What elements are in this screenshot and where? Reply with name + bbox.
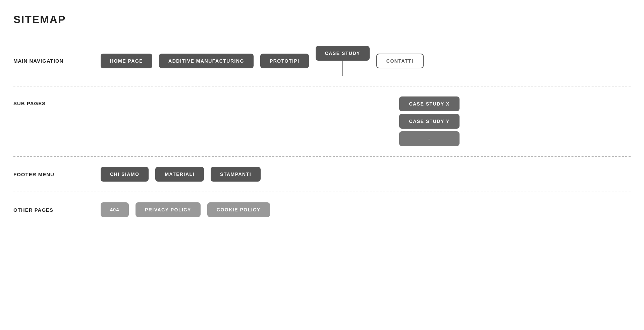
sub-pages-buttons: CASE STUDY X CASE STUDY Y - (399, 96, 460, 146)
404-button[interactable]: 404 (101, 202, 129, 217)
footer-menu-items: CHI SIAMO MATERIALI STAMPANTI (101, 167, 261, 182)
stampanti-button[interactable]: STAMPANTI (211, 167, 261, 182)
main-navigation-label: MAIN NAVIGATION (13, 58, 101, 64)
other-pages-row: OTHER PAGES 404 PRIVACY POLICY COOKIE PO… (13, 202, 631, 217)
other-pages-items: 404 PRIVACY POLICY COOKIE POLICY (101, 202, 270, 217)
cookie-policy-button[interactable]: COOKIE POLICY (207, 202, 270, 217)
prototipi-button[interactable]: PROTOTIPI (260, 54, 309, 68)
divider-1 (13, 86, 631, 86)
sitemap-body: MAIN NAVIGATION HOME PAGE ADDITIVE MANUF… (13, 46, 631, 217)
case-study-x-button[interactable]: CASE STUDY X (399, 96, 460, 111)
case-study-dash-button[interactable]: - (399, 131, 460, 146)
divider-2 (13, 156, 631, 157)
footer-menu-row: FOOTER MENU CHI SIAMO MATERIALI STAMPANT… (13, 167, 631, 182)
contatti-button[interactable]: CONTATTI (376, 54, 424, 68)
main-navigation-row: MAIN NAVIGATION HOME PAGE ADDITIVE MANUF… (13, 46, 631, 76)
home-page-button[interactable]: HOME PAGE (101, 54, 152, 68)
case-study-button[interactable]: CASE STUDY (316, 46, 370, 61)
chi-siamo-button[interactable]: CHI SIAMO (101, 167, 149, 182)
footer-menu-label: FOOTER MENU (13, 172, 101, 177)
materiali-button[interactable]: MATERIALI (155, 167, 204, 182)
page-title: SITEMAP (13, 13, 631, 26)
divider-3 (13, 192, 631, 192)
privacy-policy-button[interactable]: PRIVACY POLICY (136, 202, 201, 217)
other-pages-label: OTHER PAGES (13, 207, 101, 213)
additive-manufacturing-button[interactable]: ADDITIVE MANUFACTURING (159, 54, 254, 68)
page-container: SITEMAP MAIN NAVIGATION HOME PAGE ADDITI… (13, 13, 631, 217)
case-study-wrapper: CASE STUDY (316, 46, 370, 76)
sub-pages-content: CASE STUDY X CASE STUDY Y - (101, 96, 631, 146)
case-study-y-button[interactable]: CASE STUDY Y (399, 114, 460, 129)
case-study-connector (342, 61, 343, 76)
sub-pages-label: SUB PAGES (13, 96, 101, 106)
main-navigation-items: HOME PAGE ADDITIVE MANUFACTURING PROTOTI… (101, 46, 424, 76)
sub-pages-row: SUB PAGES CASE STUDY X CASE STUDY Y - (13, 96, 631, 146)
